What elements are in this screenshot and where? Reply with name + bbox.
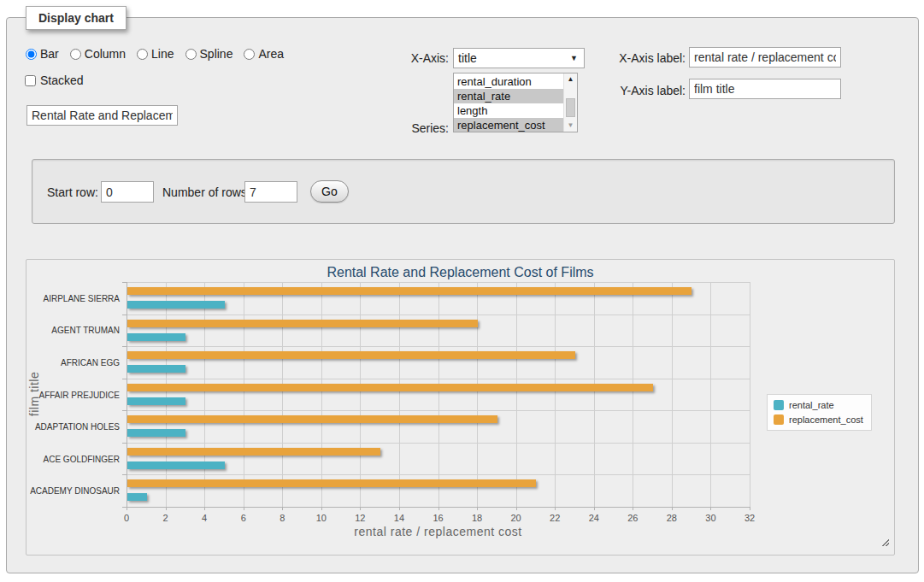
series-option-rental_duration[interactable]: rental_duration [454,74,563,89]
row-range-panel: Start row: Number of rows: Go [32,159,895,224]
bar-rental_rate-agent-truman [127,333,185,341]
x-tick-label: 28 [659,513,685,523]
gridline-h [127,282,750,283]
x-axis-label-input[interactable] [689,47,841,68]
category-label: ADAPTATION HOLES [30,422,120,432]
chart-type-option-bar[interactable]: Bar [26,47,59,61]
x-tick-label: 0 [114,513,139,523]
gridline-v [555,282,556,507]
y-axis-label-input[interactable] [689,79,841,99]
legend-swatch-replacement_cost [774,414,784,425]
chart-type-option-column[interactable]: Column [70,47,126,61]
category-label: AIRPLANE SIERRA [30,294,120,303]
chart-type-radio-column[interactable] [70,49,81,60]
bar-rental_rate-academy-dinosaur [127,493,147,501]
y-axis-label-label: Y-Axis label: [597,82,686,99]
panel-title-tab: Display chart [26,6,127,30]
chart-type-option-line[interactable]: Line [137,47,174,61]
bar-rental_rate-ace-goldfinger [127,461,225,469]
chart-type-radio-spline[interactable] [185,49,197,60]
x-tick-mark [750,507,750,510]
bar-rental_rate-affair-prejudice [127,397,185,405]
start-row-input[interactable] [101,181,154,203]
go-button[interactable]: Go [310,180,349,203]
panel-title: Display chart [38,11,114,25]
number-of-rows-label: Number of rows: [162,184,250,201]
chart-legend: rental_ratereplacement_cost [767,394,872,431]
resize-handle-icon[interactable] [880,538,889,546]
x-tick-label: 14 [386,513,412,523]
gridline-v [204,282,205,507]
x-axis-title: rental rate / replacement cost [127,525,750,538]
gridline-h [127,443,750,444]
series-list-scrollbar[interactable]: ▲ ▼ [563,73,577,132]
x-tick-label: 16 [426,513,451,523]
stacked-checkbox[interactable] [25,75,36,86]
series-list-label: Series: [380,120,449,137]
x-axis-select[interactable]: title ▼ [453,48,585,68]
x-tick-label: 20 [503,513,529,523]
chart-type-option-spline[interactable]: Spline [185,47,233,61]
bar-replacement_cost-agent-truman [127,320,478,327]
chart-type-radio-line[interactable] [137,49,148,60]
x-tick-label: 8 [269,513,295,523]
chart-container: Rental Rate and Replacement Cost of Film… [26,259,895,556]
x-tick-label: 24 [581,513,607,523]
bar-rental_rate-airplane-sierra [127,301,225,309]
scrollbar-thumb[interactable] [566,98,575,117]
stacked-label: Stacked [40,73,84,87]
gridline-h [127,315,750,315]
bar-replacement_cost-airplane-sierra [127,287,692,295]
number-of-rows-input[interactable] [244,181,297,203]
scroll-down-icon[interactable]: ▼ [568,121,574,130]
chart-title: Rental Rate and Replacement Cost of Film… [26,265,894,280]
y-axis-line [127,282,127,507]
series-options: rental_durationrental_ratelengthreplacem… [454,73,563,132]
stacked-option[interactable]: Stacked [25,73,84,87]
bar-replacement_cost-african-egg [127,351,575,359]
gridline-v [672,282,673,507]
chart-type-radio-area[interactable] [244,49,255,60]
chart-type-radio-bar[interactable] [26,49,37,60]
gridline-v [321,282,322,507]
x-tick-label: 4 [191,513,217,523]
gridline-v [750,282,750,507]
gridline-v [399,282,400,507]
gridline-v [633,282,633,507]
x-axis-line [127,507,750,508]
chart-title-input[interactable] [26,105,178,126]
chart-type-option-area[interactable]: Area [244,47,284,61]
gridline-h [127,474,750,475]
x-tick-label: 2 [153,513,179,523]
series-option-rental_rate[interactable]: rental_rate [454,89,563,103]
chart-type-radio-group: BarColumnLineSplineArea [26,47,284,61]
gridline-h [127,410,750,411]
bar-rental_rate-african-egg [127,365,185,373]
x-tick-label: 22 [542,513,568,523]
chart-type-label-line: Line [151,47,174,61]
gridline-v [516,282,517,507]
x-axis-selected-value: title [458,51,477,65]
gridline-v [360,282,361,507]
gridline-v [594,282,595,507]
gridline-h [127,379,750,379]
legend-label-replacement_cost: replacement_cost [789,414,863,425]
scroll-up-icon[interactable]: ▲ [568,75,574,84]
series-multiselect[interactable]: rental_durationrental_ratelengthreplacem… [453,73,578,132]
x-tick-label: 10 [309,513,334,523]
bar-replacement_cost-academy-dinosaur [127,479,536,487]
legend-label-rental_rate: rental_rate [789,400,834,410]
legend-item-replacement_cost[interactable]: replacement_cost [774,414,863,425]
series-option-replacement_cost[interactable]: replacement_cost [454,118,563,132]
category-label: ACADEMY DINOSAUR [30,486,120,496]
bar-replacement_cost-affair-prejudice [127,384,653,391]
gridline-v [166,282,167,507]
scrollbar-track[interactable] [564,84,577,121]
series-option-length[interactable]: length [454,103,563,118]
legend-item-rental_rate[interactable]: rental_rate [774,400,863,410]
bar-replacement_cost-ace-goldfinger [127,448,380,456]
category-label: ACE GOLDFINGER [30,455,120,464]
x-tick-label: 18 [464,513,490,523]
start-row-label: Start row: [47,184,98,201]
gridline-v [244,282,244,507]
